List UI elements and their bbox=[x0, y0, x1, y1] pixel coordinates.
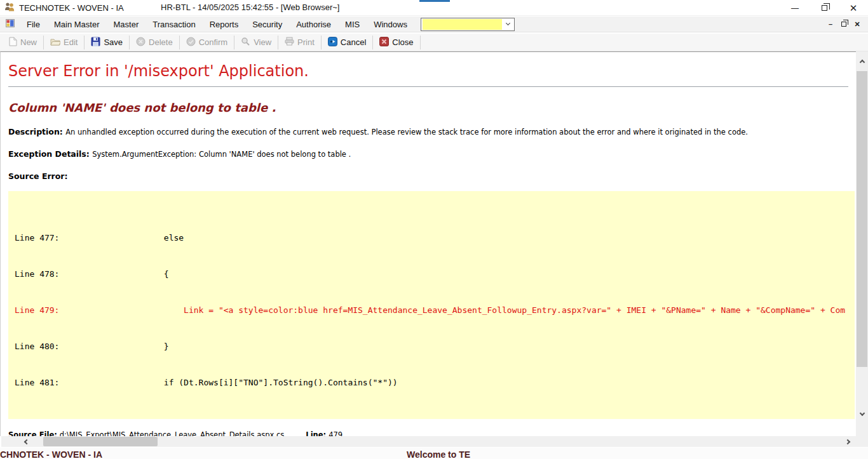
error-page-title: Server Error in '/misexport' Application… bbox=[8, 62, 848, 80]
description-text: An unhandled exception occurred during t… bbox=[65, 128, 748, 136]
status-bar: CHNOTEK - WOVEN - IA Welcome to TE bbox=[0, 448, 868, 459]
delete-button[interactable]: Delete bbox=[131, 35, 178, 50]
document-title: HR-BTL - 14/05/2025 15:42:55 - [Web Brow… bbox=[161, 3, 339, 12]
restore-button[interactable] bbox=[810, 0, 839, 16]
error-message-heading: Column 'NAME' does not belong to table . bbox=[8, 101, 848, 114]
cancel-icon bbox=[328, 37, 337, 48]
toolbar-separator bbox=[179, 36, 180, 50]
source-error-label: Source Error: bbox=[8, 171, 68, 181]
confirm-icon bbox=[186, 37, 196, 48]
toolbar-separator bbox=[43, 36, 44, 50]
edit-folder-icon bbox=[50, 37, 60, 48]
close-button[interactable]: ✕ bbox=[839, 0, 868, 16]
code-line: Line 477: else bbox=[15, 232, 848, 244]
divider bbox=[8, 86, 848, 87]
save-button[interactable]: Save bbox=[86, 35, 128, 50]
chevron-down-icon[interactable] bbox=[502, 18, 514, 30]
delete-icon bbox=[136, 37, 146, 48]
menu-security[interactable]: Security bbox=[245, 18, 289, 31]
new-button[interactable]: New bbox=[4, 35, 42, 50]
toolbar: New Edit Save Delete Confirm View Print bbox=[0, 33, 868, 51]
line-label: Line: bbox=[306, 430, 329, 436]
menu-authorise[interactable]: Authorise bbox=[289, 18, 338, 31]
cancel-button[interactable]: Cancel bbox=[323, 35, 371, 50]
code-line: Line 478: { bbox=[15, 268, 848, 280]
code-line-highlighted: Line 479: Link = "<a style=color:blue hr… bbox=[15, 304, 848, 316]
scroll-left-icon[interactable] bbox=[18, 436, 36, 447]
confirm-button[interactable]: Confirm bbox=[181, 35, 233, 50]
combobox-value[interactable] bbox=[423, 19, 502, 30]
save-floppy-icon bbox=[91, 37, 100, 48]
toolbar-separator bbox=[129, 36, 130, 50]
close-x-icon bbox=[379, 37, 389, 48]
status-welcome: Welcome to TE bbox=[407, 449, 470, 459]
view-button[interactable]: View bbox=[236, 35, 276, 50]
mdi-restore-button[interactable] bbox=[841, 22, 846, 27]
window-title: TECHNOTEK - WOVEN - IA bbox=[19, 3, 124, 13]
form-icon bbox=[6, 18, 15, 30]
toolbar-separator bbox=[321, 36, 322, 50]
vertical-scrollbar-thumb[interactable] bbox=[857, 71, 867, 367]
menu-bar: File Main Master Master Transaction Repo… bbox=[0, 17, 868, 32]
quick-search-combobox[interactable] bbox=[421, 18, 515, 31]
scroll-up-icon[interactable] bbox=[856, 55, 868, 67]
menu-reports[interactable]: Reports bbox=[203, 18, 246, 31]
menu-mis[interactable]: MIS bbox=[338, 18, 367, 31]
magnifier-icon bbox=[241, 37, 250, 48]
edit-button[interactable]: Edit bbox=[45, 36, 83, 50]
source-file-line: Source File: d:\MIS_Export\MIS_Attendanc… bbox=[8, 430, 848, 436]
scroll-down-icon[interactable] bbox=[856, 408, 868, 420]
title-bar: TECHNOTEK - WOVEN - IA HR-BTL - 14/05/20… bbox=[0, 0, 868, 16]
web-browser-content: Server Error in '/misexport' Application… bbox=[0, 51, 856, 436]
menu-file[interactable]: File bbox=[20, 18, 47, 31]
line-number: 479 bbox=[329, 430, 342, 436]
printer-icon bbox=[285, 37, 294, 48]
exception-details-text: System.ArgumentException: Column 'NAME' … bbox=[92, 150, 351, 159]
mdi-minimize-button[interactable]: – bbox=[826, 20, 835, 28]
users-icon bbox=[4, 2, 15, 14]
source-error-code-block: Line 477: else Line 478: { Line 479: Lin… bbox=[8, 191, 855, 419]
toolbar-separator bbox=[372, 36, 373, 50]
menu-main-master[interactable]: Main Master bbox=[47, 18, 107, 31]
source-file-path: d:\MIS_Export\MIS_Attendance_Leave_Absen… bbox=[60, 430, 285, 436]
window-controls: ― ✕ bbox=[780, 0, 868, 16]
exception-details-label: Exception Details: bbox=[8, 149, 92, 159]
toolbar-separator bbox=[278, 36, 278, 50]
description-label: Description: bbox=[8, 127, 65, 136]
vertical-scrollbar[interactable] bbox=[856, 51, 868, 436]
toolbar-separator bbox=[234, 36, 234, 50]
minimize-button[interactable]: ― bbox=[780, 0, 810, 16]
new-page-icon bbox=[9, 37, 17, 48]
horizontal-scrollbar[interactable] bbox=[1, 436, 868, 447]
horizontal-scrollbar-thumb[interactable] bbox=[43, 437, 158, 446]
print-button[interactable]: Print bbox=[280, 35, 320, 50]
description-line: Description: An unhandled exception occu… bbox=[8, 127, 848, 136]
code-line: Line 480: } bbox=[15, 340, 848, 352]
scroll-right-icon[interactable] bbox=[839, 436, 857, 447]
accent-bar bbox=[419, 0, 450, 2]
toolbar-separator bbox=[84, 36, 85, 50]
close-form-button[interactable]: Close bbox=[374, 35, 418, 50]
status-company: CHNOTEK - WOVEN - IA bbox=[0, 449, 102, 459]
exception-details-line: Exception Details: System.ArgumentExcept… bbox=[8, 149, 848, 159]
source-error-line: Source Error: bbox=[8, 171, 848, 181]
menu-windows[interactable]: Windows bbox=[367, 18, 414, 31]
mdi-close-button[interactable]: ✕ bbox=[853, 20, 862, 29]
toolbar-separator bbox=[420, 36, 421, 50]
code-line: Line 481: if (Dt.Rows[i]["TNO"].ToString… bbox=[15, 376, 848, 389]
mdi-child-controls: – ✕ bbox=[826, 20, 868, 29]
menu-master[interactable]: Master bbox=[106, 18, 146, 31]
source-file-label: Source File: bbox=[8, 430, 60, 436]
menu-transaction[interactable]: Transaction bbox=[146, 18, 202, 31]
